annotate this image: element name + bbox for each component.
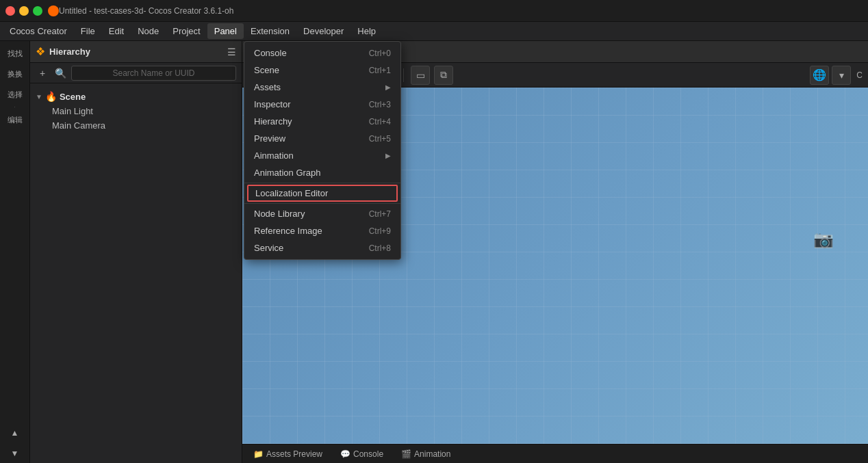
tree-arrow-icon: ▼	[36, 93, 42, 101]
search-placeholder: Search Name or UUID	[112, 68, 194, 78]
sidebar-replace[interactable]: 换换	[3, 64, 27, 83]
tree-main-light[interactable]: Main Light	[30, 104, 242, 118]
main-light-label: Main Light	[52, 106, 93, 116]
sidebar-find[interactable]: 找找	[3, 44, 27, 63]
left-sidebar: 找找 换换 选择 编辑 ▲ ▼	[0, 41, 30, 463]
menu-separator	[244, 183, 400, 183]
panel-service-shortcut: Ctrl+8	[369, 243, 391, 253]
panel-node-library-label: Node Library	[254, 209, 305, 219]
console-label: Console	[353, 449, 383, 459]
scroll-down-button[interactable]: ▼	[3, 444, 27, 463]
panel-menu-hierarchy[interactable]: Hierarchy Ctrl+4	[244, 113, 400, 130]
panel-hierarchy-label: Hierarchy	[254, 116, 292, 127]
search-button[interactable]: 🔍	[53, 66, 67, 80]
title-bar: Untitled - test-cases-3d- Cocos Creator …	[0, 0, 868, 22]
snap-button-1[interactable]: ▭	[411, 66, 430, 85]
panel-console-label: Console	[254, 48, 287, 58]
assets-preview-label: Assets Preview	[266, 449, 322, 459]
globe-icon-button[interactable]: 🌐	[810, 66, 829, 85]
assets-preview-tab[interactable]: 📁 Assets Preview	[245, 447, 331, 462]
panel-scene-label: Scene	[254, 65, 279, 75]
panel-assets-arrow: ▶	[385, 83, 391, 91]
panel-ainmation-arrow: ▶	[385, 152, 391, 159]
panel-assets-label: Assets	[254, 82, 281, 92]
panel-preview-shortcut: Ctrl+5	[369, 134, 391, 144]
panel-menu-ainmation[interactable]: Ainmation ▶	[244, 147, 400, 164]
menu-project[interactable]: Project	[166, 23, 207, 39]
menu-bar: Cocos Creator File Edit Node Project Pan…	[0, 22, 868, 41]
menu-help[interactable]: Help	[350, 23, 383, 39]
panel-ainmation-label: Ainmation	[254, 150, 294, 161]
panel-scene-shortcut: Ctrl+1	[369, 66, 391, 75]
assets-preview-icon: 📁	[253, 449, 264, 459]
main-camera-label: Main Camera	[52, 120, 105, 131]
panel-menu-assets[interactable]: Assets ▶	[244, 79, 400, 96]
bottom-bar: 📁 Assets Preview 💬 Console 🎬 Animation	[242, 444, 868, 463]
panel-menu-preview[interactable]: Preview Ctrl+5	[244, 130, 400, 147]
tree-scene-item[interactable]: ▼ 🔥 Scene	[30, 89, 242, 104]
panel-node-library-shortcut: Ctrl+7	[369, 209, 391, 219]
console-tab[interactable]: 💬 Console	[332, 447, 392, 462]
cocos-icon	[48, 5, 59, 16]
hierarchy-toolbar: + 🔍 Search Name or UUID	[30, 63, 242, 83]
panel-service-label: Service	[254, 243, 283, 253]
hierarchy-panel-icon: ❖	[36, 45, 45, 58]
sidebar-select[interactable]: 选择	[3, 85, 27, 104]
menu-extension[interactable]: Extension	[244, 23, 296, 39]
close-button[interactable]	[5, 6, 15, 16]
menu-file[interactable]: File	[74, 23, 102, 39]
hierarchy-title: Hierarchy	[49, 47, 90, 57]
snap-button-2[interactable]: ⧉	[434, 66, 453, 85]
hierarchy-menu-icon[interactable]: ☰	[227, 47, 236, 57]
panel-menu-inspector[interactable]: Inspector Ctrl+3	[244, 96, 400, 113]
cocos-label: C	[856, 70, 863, 80]
hierarchy-header: ❖ Hierarchy ☰	[30, 41, 242, 63]
animation-tab[interactable]: 🎬 Animation	[393, 447, 459, 462]
search-input[interactable]: Search Name or UUID	[71, 66, 236, 81]
add-node-button[interactable]: +	[36, 66, 49, 80]
hierarchy-tree: ▼ 🔥 Scene Main Light Main Camera	[30, 83, 242, 463]
panel-menu-console[interactable]: Console Ctrl+0	[244, 44, 400, 62]
menu-cocos-creator[interactable]: Cocos Creator	[3, 23, 74, 39]
dropdown-button[interactable]: ▾	[832, 66, 851, 85]
console-icon: 💬	[340, 449, 350, 459]
scene-label: Scene	[60, 92, 86, 102]
panel-reference-image-label: Reference Image	[254, 226, 322, 236]
panel-menu-scene[interactable]: Scene Ctrl+1	[244, 62, 400, 79]
menu-developer[interactable]: Developer	[296, 23, 350, 39]
panel-menu-service[interactable]: Service Ctrl+8	[244, 239, 400, 256]
menu-panel[interactable]: Panel	[207, 23, 244, 39]
menu-separator-2	[244, 203, 400, 204]
panel-menu-node-library[interactable]: Node Library Ctrl+7	[244, 205, 400, 222]
panel-dropdown-menu: Console Ctrl+0 Scene Ctrl+1 Assets ▶ Ins…	[244, 41, 401, 260]
panel-menu-localization-editor[interactable]: Localization Editor	[247, 185, 398, 202]
scroll-up-button[interactable]: ▲	[3, 423, 27, 442]
hierarchy-panel: ❖ Hierarchy ☰ + 🔍 Search Name or UUID ▼ …	[30, 41, 242, 463]
camera-icon: 📷	[813, 230, 834, 249]
panel-animation-graph-label: Animation Graph	[254, 168, 321, 178]
panel-console-shortcut: Ctrl+0	[369, 49, 391, 58]
panel-localization-label: Localization Editor	[255, 188, 328, 198]
animation-label: Animation	[414, 449, 450, 459]
panel-inspector-shortcut: Ctrl+3	[369, 100, 391, 109]
panel-preview-label: Preview	[254, 133, 285, 144]
maximize-button[interactable]	[33, 6, 42, 16]
panel-inspector-label: Inspector	[254, 99, 290, 109]
window-title: Untitled - test-cases-3d- Cocos Creator …	[59, 6, 233, 16]
panel-hierarchy-shortcut: Ctrl+4	[369, 117, 391, 127]
panel-menu-animation-graph[interactable]: Animation Graph	[244, 164, 400, 181]
sidebar-edit[interactable]: 编辑	[3, 110, 27, 129]
panel-menu-reference-image[interactable]: Reference Image Ctrl+9	[244, 222, 400, 239]
panel-reference-image-shortcut: Ctrl+9	[369, 226, 391, 236]
window-controls	[5, 6, 42, 16]
scene-fire-icon: 🔥	[45, 91, 57, 102]
menu-edit[interactable]: Edit	[102, 23, 131, 39]
main-layout: 找找 换换 选择 编辑 ▲ ▼ ❖ Hierarchy ☰ + 🔍 Search…	[0, 41, 868, 463]
tree-main-camera[interactable]: Main Camera	[30, 118, 242, 133]
minimize-button[interactable]	[19, 6, 29, 16]
menu-node[interactable]: Node	[131, 23, 166, 39]
animation-icon: 🎬	[401, 449, 411, 459]
